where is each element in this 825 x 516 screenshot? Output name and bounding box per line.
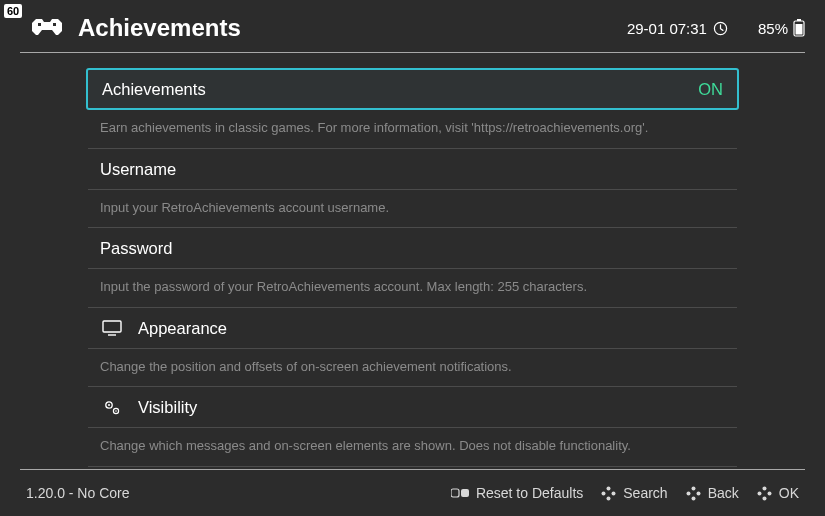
version-text: 1.20.0 - No Core: [26, 485, 433, 501]
svg-point-18: [686, 491, 690, 495]
clock-icon: [713, 21, 728, 36]
setting-description: Change the position and offsets of on-sc…: [88, 349, 737, 388]
setting-label: Username: [100, 160, 725, 179]
svg-rect-12: [461, 489, 469, 497]
svg-rect-6: [103, 321, 121, 332]
svg-point-24: [762, 496, 766, 500]
svg-point-8: [108, 404, 110, 406]
battery-indicator: 85%: [758, 19, 805, 37]
svg-point-13: [607, 486, 611, 490]
svg-point-10: [115, 410, 117, 412]
svg-rect-11: [451, 489, 459, 497]
setting-row-password[interactable]: Password: [88, 228, 737, 269]
setting-description: Change which messages and on-screen elem…: [88, 428, 737, 467]
retroarch-icon: [30, 17, 64, 39]
setting-label: Appearance: [138, 319, 725, 338]
fps-counter: 60: [4, 4, 22, 18]
svg-point-15: [612, 491, 616, 495]
svg-point-20: [691, 496, 695, 500]
toggle-icon: [451, 488, 469, 498]
setting-value: ON: [698, 80, 723, 99]
back-button[interactable]: Back: [686, 485, 739, 501]
ok-button[interactable]: OK: [757, 485, 799, 501]
settings-list: AchievementsONEarn achievements in class…: [0, 58, 825, 470]
dpad-icon: [686, 486, 701, 501]
setting-label: Achievements: [102, 80, 684, 99]
svg-rect-1: [53, 23, 56, 26]
setting-label: Password: [100, 239, 725, 258]
setting-row-username[interactable]: Username: [88, 149, 737, 190]
search-button[interactable]: Search: [601, 485, 667, 501]
svg-point-14: [602, 491, 606, 495]
setting-row-achievements[interactable]: AchievementsON: [86, 68, 739, 110]
svg-point-21: [762, 486, 766, 490]
dpad-icon: [601, 486, 616, 501]
setting-description: Input your RetroAchievements account use…: [88, 190, 737, 229]
footer-bar: 1.20.0 - No Core Reset to Defaults Searc…: [0, 470, 825, 516]
svg-point-23: [767, 491, 771, 495]
svg-point-22: [757, 491, 761, 495]
dpad-icon: [757, 486, 772, 501]
setting-description: Input the password of your RetroAchievem…: [88, 269, 737, 308]
clock: 29-01 07:31: [627, 20, 728, 37]
monitor-icon: [100, 320, 124, 336]
reset-defaults-button[interactable]: Reset to Defaults: [451, 485, 583, 501]
battery-icon: [793, 19, 805, 37]
svg-rect-0: [38, 23, 41, 26]
page-title: Achievements: [78, 14, 613, 42]
setting-description: Earn achievements in classic games. For …: [88, 110, 737, 149]
setting-label: Visibility: [138, 398, 725, 417]
svg-point-19: [696, 491, 700, 495]
setting-row-appearance[interactable]: Appearance: [88, 308, 737, 349]
gears-icon: [100, 399, 124, 417]
svg-point-17: [691, 486, 695, 490]
setting-row-visibility[interactable]: Visibility: [88, 387, 737, 428]
svg-point-16: [607, 496, 611, 500]
header-bar: Achievements 29-01 07:31 85%: [0, 0, 825, 52]
svg-rect-5: [796, 24, 803, 35]
